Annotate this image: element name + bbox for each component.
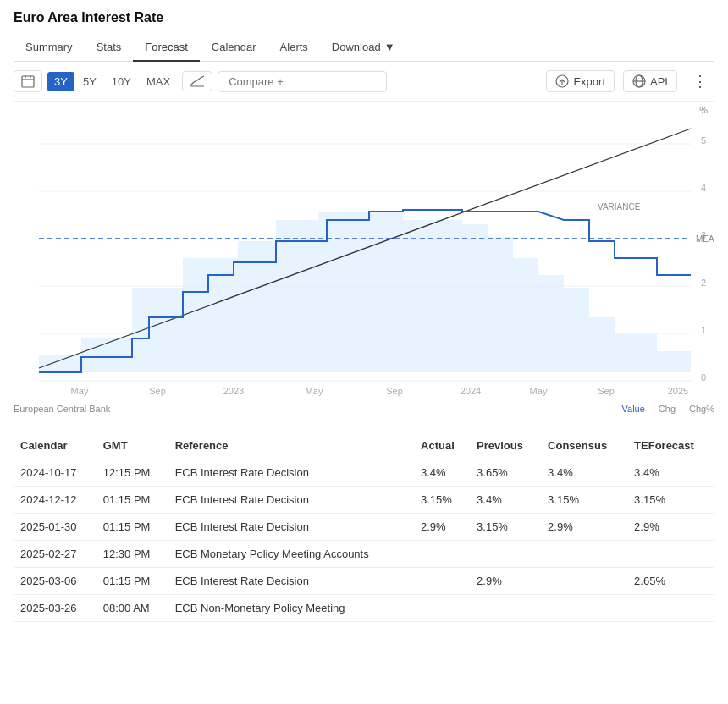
cell-reference: ECB Interest Rate Decision [168,568,414,595]
calendar-icon [21,74,35,88]
cell-previous [470,595,541,622]
cell-consensus [541,595,627,622]
cell-teforecast [627,595,714,622]
chart-area: % 5 4 3 2 1 0 [14,102,714,421]
tab-calendar[interactable]: Calendar [200,34,268,62]
svg-text:MEAN: MEAN [696,234,714,244]
tab-stats[interactable]: Stats [85,34,134,62]
cell-calendar: 2025-02-27 [14,541,97,568]
value-toggle[interactable]: Value [622,404,645,414]
cell-previous: 3.65% [470,459,541,487]
cell-actual: 3.15% [414,487,470,514]
calendar-icon-button[interactable] [14,70,42,92]
table-section: Calendar GMT Reference Actual Previous C… [14,421,714,622]
tab-forecast[interactable]: Forecast [133,34,200,62]
chg-pct-toggle[interactable]: Chg% [689,404,714,414]
chart-footer-right: Value Chg Chg% [622,404,714,414]
table-row[interactable]: 2025-03-0601:15 PMECB Interest Rate Deci… [14,568,714,595]
cell-gmt: 01:15 PM [97,514,168,541]
export-button[interactable]: Export [546,70,615,92]
svg-text:VARIANCE: VARIANCE [598,202,641,212]
svg-text:May: May [530,386,548,396]
cell-calendar: 2024-10-17 [14,459,97,487]
cell-calendar: 2024-12-12 [14,487,97,514]
api-icon [632,74,646,88]
table-row[interactable]: 2025-01-3001:15 PMECB Interest Rate Deci… [14,514,714,541]
chart-toolbar: 3Y 5Y 10Y MAX Export [14,62,714,102]
cell-consensus [541,568,627,595]
api-button[interactable]: API [623,70,677,92]
col-header-consensus: Consensus [541,432,627,459]
compare-input[interactable] [218,71,387,92]
chart-svg: 5 4 3 2 1 0 MEAN VARIAN [14,110,714,398]
cell-gmt: 08:00 AM [97,595,168,622]
time-btn-3y[interactable]: 3Y [47,72,74,91]
cell-gmt: 12:30 PM [97,541,168,568]
cell-teforecast: 3.15% [627,487,714,514]
cell-actual [414,568,470,595]
cell-actual: 2.9% [414,514,470,541]
tab-summary[interactable]: Summary [14,34,85,62]
col-header-teforecast: TEForecast [627,432,714,459]
col-header-gmt: GMT [97,432,168,459]
time-btn-5y[interactable]: 5Y [76,72,103,91]
col-header-actual: Actual [414,432,470,459]
chart-footer: European Central Bank Value Chg Chg% [14,400,714,421]
cell-previous: 3.4% [470,487,541,514]
cell-reference: ECB Interest Rate Decision [168,459,414,487]
cell-teforecast [627,541,714,568]
svg-text:Sep: Sep [386,386,403,396]
svg-text:2024: 2024 [461,386,481,396]
page-title: Euro Area Interest Rate [14,10,714,25]
cell-reference: ECB Interest Rate Decision [168,514,414,541]
tab-alerts[interactable]: Alerts [268,34,320,62]
cell-previous: 3.15% [470,514,541,541]
cell-consensus: 2.9% [541,514,627,541]
cell-calendar: 2025-01-30 [14,514,97,541]
time-btn-10y[interactable]: 10Y [105,72,138,91]
cell-gmt: 01:15 PM [97,487,168,514]
cell-calendar: 2025-03-26 [14,595,97,622]
table-row[interactable]: 2025-03-2608:00 AMECB Non-Monetary Polic… [14,595,714,622]
svg-text:Sep: Sep [598,386,615,396]
time-btn-max[interactable]: MAX [140,72,177,91]
cell-teforecast: 2.9% [627,514,714,541]
cell-reference: ECB Non-Monetary Policy Meeting [168,595,414,622]
table-header: Calendar GMT Reference Actual Previous C… [14,432,714,459]
svg-text:2: 2 [701,278,706,288]
cell-gmt: 01:15 PM [97,568,168,595]
cell-actual: 3.4% [414,459,470,487]
chart-type-button[interactable] [182,71,212,91]
col-header-reference: Reference [168,432,414,459]
nav-tabs: Summary Stats Forecast Calendar Alerts D… [14,34,714,62]
svg-text:4: 4 [701,183,706,193]
svg-text:May: May [71,386,89,396]
cell-consensus: 3.15% [541,487,627,514]
svg-text:5: 5 [701,135,706,146]
svg-text:1: 1 [701,325,706,335]
more-options-button[interactable]: ⋮ [686,69,714,94]
svg-text:Sep: Sep [149,386,166,396]
cell-calendar: 2025-03-06 [14,568,97,595]
data-table: Calendar GMT Reference Actual Previous C… [14,432,714,622]
table-body: 2024-10-1712:15 PMECB Interest Rate Deci… [14,459,714,622]
toolbar-right: Export API ⋮ [546,69,714,94]
col-header-previous: Previous [470,432,541,459]
table-row[interactable]: 2024-12-1201:15 PMECB Interest Rate Deci… [14,487,714,514]
chart-svg-wrapper: 5 4 3 2 1 0 MEAN VARIAN [14,110,714,400]
table-row[interactable]: 2024-10-1712:15 PMECB Interest Rate Deci… [14,459,714,487]
chevron-down-icon: ▼ [384,41,395,53]
cell-teforecast: 2.65% [627,568,714,595]
table-row[interactable]: 2025-02-2712:30 PMECB Monetary Policy Me… [14,541,714,568]
time-range-group: 3Y 5Y 10Y MAX [47,72,177,91]
cell-consensus [541,541,627,568]
cell-consensus: 3.4% [541,459,627,487]
col-header-calendar: Calendar [14,432,97,459]
tab-download[interactable]: Download ▼ [320,34,407,62]
cell-actual [414,541,470,568]
chg-toggle[interactable]: Chg [659,404,676,414]
cell-gmt: 12:15 PM [97,459,168,487]
svg-text:May: May [306,386,323,396]
cell-reference: ECB Interest Rate Decision [168,487,414,514]
cell-previous: 2.9% [470,568,541,595]
